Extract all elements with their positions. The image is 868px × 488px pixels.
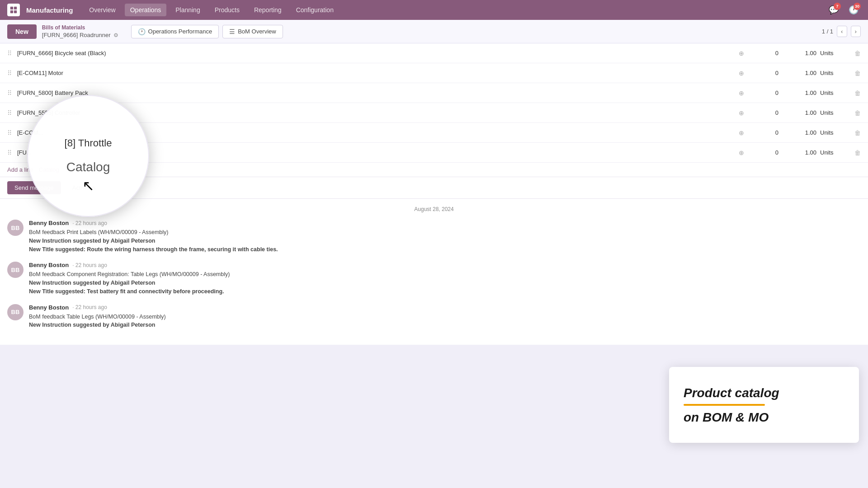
operations-performance-label: Operations Performance	[148, 28, 212, 35]
msg-author: Benny Boston	[29, 304, 69, 311]
svg-rect-1	[14, 7, 17, 9]
msg-bold-line: New Title suggested: Route the wiring ha…	[29, 246, 278, 253]
drag-handle-icon[interactable]: ⠿	[7, 50, 12, 57]
chatter-message: BB Benny Boston · 22 hours ago BoM feedb…	[7, 304, 861, 330]
copy-icon[interactable]: ⊕	[739, 129, 744, 136]
msg-author: Benny Boston	[29, 220, 69, 226]
app-title: Manufacturing	[26, 6, 73, 14]
amount-value: 1.00	[789, 129, 816, 136]
promo-underline	[684, 404, 765, 406]
magnify-overlay: [8] Throttle Catalog ↖	[27, 95, 149, 217]
delete-row-icon[interactable]: 🗑	[854, 89, 861, 97]
notifications-badge: 30	[854, 3, 861, 10]
unit-label: Units	[820, 109, 847, 116]
unit-label: Units	[820, 89, 847, 96]
msg-line: BoM feedback Print Labels (WH/MO/00009 -…	[29, 229, 168, 235]
drag-handle-icon[interactable]: ⠿	[7, 70, 12, 77]
prev-page-button[interactable]: ‹	[837, 26, 847, 37]
unit-label: Units	[820, 70, 847, 76]
msg-content: Benny Boston · 22 hours ago BoM feedback…	[29, 262, 861, 296]
msg-bold-line: New Title suggested: Test battery fit an…	[29, 288, 224, 295]
chatter-date-separator: August 28, 2024	[7, 206, 861, 212]
operations-performance-button[interactable]: 🕐 Operations Performance	[131, 25, 219, 38]
promo-line2: on BOM & MO	[684, 410, 844, 425]
nav-item-reporting[interactable]: Reporting	[249, 4, 287, 16]
msg-bold-line: New Instruction suggested by Abigail Pet…	[29, 280, 155, 286]
msg-line: BoM feedback Component Registration: Tab…	[29, 271, 230, 277]
next-page-button[interactable]: ›	[851, 26, 861, 37]
clock-icon: 🕐	[138, 28, 146, 35]
delete-row-icon[interactable]: 🗑	[854, 50, 861, 57]
drag-handle-icon[interactable]: ⠿	[7, 89, 12, 97]
promo-line1: Product catalog	[684, 385, 844, 401]
amount-value: 1.00	[789, 109, 816, 116]
msg-time: · 22 hours ago	[72, 304, 107, 310]
nav-item-overview[interactable]: Overview	[84, 4, 121, 16]
amount-value: 1.00	[789, 89, 816, 96]
quantity-value: 0	[751, 89, 778, 96]
cursor-icon: ↖	[82, 177, 94, 194]
product-name: [FURN_6666] Bicycle seat (Black)	[17, 50, 739, 56]
table-row[interactable]: ⠿ [E-COM11] Motor ⊕ 0 1.00 Units 🗑	[0, 63, 868, 83]
avatar: BB	[7, 304, 24, 320]
avatar: BB	[7, 220, 24, 236]
breadcrumb-parent[interactable]: Bills of Materials	[42, 24, 118, 31]
nav-item-products[interactable]: Products	[209, 4, 245, 16]
svg-rect-0	[10, 7, 13, 9]
copy-icon[interactable]: ⊕	[739, 109, 744, 117]
copy-icon[interactable]: ⊕	[739, 50, 744, 57]
list-icon: ☰	[229, 28, 235, 35]
msg-bold-line: New Instruction suggested by Abigail Pet…	[29, 322, 155, 328]
copy-icon[interactable]: ⊕	[739, 89, 744, 97]
top-navigation: Manufacturing Overview Operations Planni…	[0, 0, 868, 20]
drag-handle-icon[interactable]: ⠿	[7, 109, 12, 117]
drag-handle-icon[interactable]: ⠿	[7, 149, 12, 156]
nav-item-configuration[interactable]: Configuration	[291, 4, 339, 16]
amount-value: 1.00	[789, 50, 816, 56]
copy-icon[interactable]: ⊕	[739, 70, 744, 77]
msg-header: Benny Boston · 22 hours ago	[29, 304, 861, 311]
new-button[interactable]: New	[7, 24, 37, 39]
msg-bold-line: New Instruction suggested by Abigail Pet…	[29, 238, 155, 244]
pagination-info: 1 / 1	[822, 28, 833, 35]
msg-content: Benny Boston · 22 hours ago BoM feedback…	[29, 304, 861, 330]
unit-label: Units	[820, 50, 847, 56]
delete-row-icon[interactable]: 🗑	[854, 149, 861, 156]
msg-content: Benny Boston · 22 hours ago BoM feedback…	[29, 220, 861, 253]
amount-value: 1.00	[789, 70, 816, 76]
msg-line: BoM feedback Table Legs (WH/MO/00009 - A…	[29, 314, 166, 320]
svg-rect-2	[10, 10, 13, 13]
breadcrumb-current: [FURN_9666] Roadrunner ⚙	[42, 32, 118, 38]
copy-icon[interactable]: ⊕	[739, 149, 744, 156]
table-row[interactable]: ⠿ [FURN_6666] Bicycle seat (Black) ⊕ 0 1…	[0, 43, 868, 63]
nav-item-operations[interactable]: Operations	[125, 4, 166, 16]
app-logo[interactable]	[7, 4, 20, 16]
toolbar: New Bills of Materials [FURN_9666] Roadr…	[0, 20, 868, 43]
avatar: BB	[7, 262, 24, 278]
messages-button[interactable]: 💬 7	[826, 3, 841, 17]
unit-label: Units	[820, 129, 847, 136]
toolbar-actions: 🕐 Operations Performance ☰ BoM Overview	[131, 25, 283, 38]
delete-row-icon[interactable]: 🗑	[854, 129, 861, 136]
notifications-button[interactable]: 🕐 30	[846, 3, 861, 17]
delete-row-icon[interactable]: 🗑	[854, 70, 861, 77]
bom-overview-button[interactable]: ☰ BoM Overview	[222, 25, 283, 38]
quantity-value: 0	[751, 129, 778, 136]
drag-handle-icon[interactable]: ⠿	[7, 129, 12, 136]
delete-row-icon[interactable]: 🗑	[854, 109, 861, 117]
amount-value: 1.00	[789, 149, 816, 156]
svg-rect-3	[14, 10, 17, 13]
quantity-value: 0	[751, 50, 778, 56]
nav-right-controls: 💬 7 🕐 30	[826, 3, 861, 17]
msg-time: · 22 hours ago	[72, 220, 107, 226]
table-row[interactable]: ⠿ [FURN_5800] Battery Pack ⊕ 0 1.00 Unit…	[0, 83, 868, 103]
unit-label: Units	[820, 149, 847, 156]
breadcrumb: Bills of Materials [FURN_9666] Roadrunne…	[42, 24, 118, 38]
product-name: [FURN_5800] Battery Pack	[17, 89, 739, 96]
nav-item-planning[interactable]: Planning	[170, 4, 206, 16]
settings-icon[interactable]: ⚙	[113, 32, 118, 38]
chatter-message: BB Benny Boston · 22 hours ago BoM feedb…	[7, 262, 861, 296]
quantity-value: 0	[751, 70, 778, 76]
magnify-catalog-text[interactable]: Catalog	[66, 160, 110, 174]
msg-time: · 22 hours ago	[72, 262, 107, 268]
